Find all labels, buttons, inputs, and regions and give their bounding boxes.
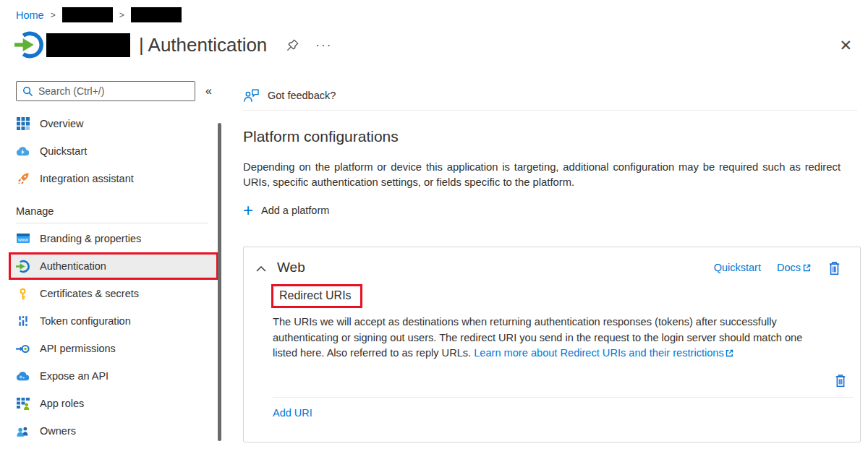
sidebar-item-integration-assistant[interactable]: Integration assistant (0, 165, 226, 192)
sidebar-item-api-permissions[interactable]: API permissions (0, 335, 226, 362)
sidebar-nav: Overview Quickstart Integ (0, 110, 226, 445)
rocket-icon (16, 172, 30, 186)
external-link-icon (725, 347, 734, 363)
sidebar-section-manage: Manage (0, 201, 226, 221)
add-a-platform-label: Add a platform (261, 205, 329, 216)
sidebar-item-quickstart[interactable]: Quickstart (0, 137, 226, 165)
chevron-up-icon[interactable] (256, 264, 266, 272)
platform-configurations-heading: Platform configurations (243, 128, 399, 145)
sidebar-item-label: Branding & properties (40, 233, 141, 244)
page-title: | Authentication (139, 34, 267, 56)
sidebar-item-label: Overview (40, 118, 83, 129)
delete-uri-trash-icon[interactable] (834, 373, 847, 388)
add-uri-link[interactable]: Add URI (273, 407, 312, 419)
sidebar-item-overview[interactable]: Overview (0, 110, 226, 137)
sidebar-item-token-configuration[interactable]: Token configuration (0, 307, 226, 335)
sidebar-item-label: Owners (40, 425, 76, 437)
sidebar-item-label: API permissions (40, 343, 116, 354)
sidebar-item-label: Token configuration (40, 315, 131, 327)
pin-icon[interactable] (286, 38, 299, 52)
learn-more-link-label: Learn more about Redirect URIs and their… (474, 347, 724, 359)
redirect-uri-row (273, 364, 854, 398)
redirect-uris-label-highlighted: Redirect URIs (271, 284, 362, 308)
platform-configurations-description: Depending on the platform or device this… (243, 160, 841, 190)
quickstart-icon (16, 145, 30, 158)
sidebar-item-label: Integration assistant (40, 173, 134, 184)
authentication-icon (16, 260, 30, 273)
breadcrumb-redacted-link-2[interactable] (131, 7, 182, 22)
sidebar-item-owners[interactable]: Owners (0, 417, 226, 445)
sidebar-collapse-button[interactable]: « (205, 85, 212, 98)
add-a-platform-button[interactable]: + Add a platform (243, 203, 329, 218)
external-link-icon (802, 263, 812, 273)
sidebar-divider (16, 223, 208, 223)
sidebar-item-certificates-secrets[interactable]: Certificates & secrets (0, 280, 226, 307)
search-icon (22, 86, 33, 97)
api-permissions-icon (16, 342, 30, 356)
delete-platform-trash-icon[interactable] (827, 260, 841, 275)
key-icon (16, 287, 30, 301)
web-card-title: Web (277, 260, 305, 275)
app-name-redacted (46, 33, 130, 57)
breadcrumb-redacted-link-1[interactable] (62, 7, 113, 22)
got-feedback-button[interactable]: Got feedback? (243, 81, 857, 111)
redirect-uris-description: The URIs we will accept as destinations … (273, 315, 824, 363)
breadcrumb-separator: > (119, 10, 124, 20)
overview-icon (16, 117, 30, 131)
breadcrumb-home-link[interactable]: Home (16, 9, 44, 21)
learn-more-link[interactable]: Learn more about Redirect URIs and their… (474, 347, 734, 359)
docs-link-label: Docs (777, 262, 801, 273)
docs-link[interactable]: Docs (777, 262, 812, 273)
app-roles-icon (16, 397, 30, 411)
close-icon[interactable]: ✕ (839, 38, 852, 53)
sidebar-scrollbar[interactable] (218, 123, 221, 441)
more-options-button[interactable]: ··· (315, 39, 332, 51)
sidebar-item-label: App roles (40, 398, 84, 409)
sidebar-item-authentication[interactable]: Authentication (9, 252, 218, 280)
feedback-icon (243, 88, 260, 103)
sidebar-item-label: Authentication (40, 260, 106, 272)
app-registration-logo-icon (14, 30, 43, 59)
token-configuration-icon (16, 315, 30, 328)
svg-text:www: www (17, 237, 28, 242)
search-box (16, 81, 195, 101)
plus-icon: + (243, 203, 253, 218)
got-feedback-label: Got feedback? (268, 90, 336, 101)
cloud-icon (16, 369, 30, 383)
title-bar: | Authentication ··· ✕ (14, 29, 852, 61)
breadcrumb: Home > > (16, 7, 182, 22)
quickstart-link[interactable]: Quickstart (714, 262, 761, 273)
sidebar-item-app-roles[interactable]: App roles (0, 390, 226, 417)
branding-icon: www (16, 232, 30, 246)
sidebar: « Overview (0, 81, 226, 445)
sidebar-item-expose-an-api[interactable]: Expose an API (0, 362, 226, 390)
sidebar-item-label: Certificates & secrets (40, 288, 139, 299)
sidebar-item-branding-properties[interactable]: www Branding & properties (0, 225, 226, 252)
owners-icon (16, 424, 30, 438)
search-input[interactable] (38, 85, 189, 97)
sidebar-item-label: Quickstart (40, 145, 87, 157)
sidebar-item-label: Expose an API (40, 370, 109, 382)
web-platform-card: Web Quickstart Docs (243, 247, 861, 442)
breadcrumb-separator: > (51, 10, 56, 20)
